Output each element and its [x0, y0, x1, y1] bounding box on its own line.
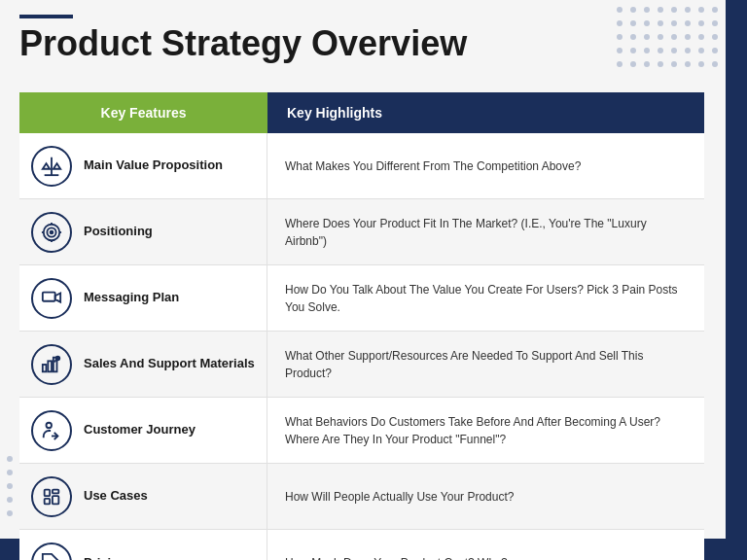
scale-icon [31, 146, 72, 187]
svg-point-6 [698, 7, 704, 13]
table-row: Main Value Proposition What Makes You Di… [19, 133, 704, 199]
svg-point-1 [630, 7, 636, 13]
table-row: Use Cases How Will People Actually Use Y… [19, 464, 704, 530]
right-accent-bar [726, 0, 747, 560]
svg-rect-89 [43, 292, 55, 300]
highlight-cell-use-cases: How Will People Actually Use Your Produc… [267, 464, 704, 529]
highlight-cell-customer-journey: What Behaviors Do Customers Take Before … [267, 398, 704, 463]
feature-cell-sales-support: Sales And Support Materials [19, 332, 267, 397]
svg-point-17 [630, 34, 636, 40]
svg-point-38 [698, 61, 704, 67]
highlight-cell-positioning: Where Does Your Product Fit In The Marke… [267, 199, 704, 264]
svg-point-0 [617, 7, 622, 13]
svg-marker-90 [55, 293, 60, 301]
svg-point-36 [671, 61, 677, 67]
svg-point-3 [658, 7, 663, 13]
svg-point-26 [644, 48, 650, 53]
svg-point-29 [685, 48, 691, 53]
svg-point-35 [658, 61, 663, 67]
svg-point-22 [698, 34, 704, 40]
svg-point-15 [712, 20, 718, 26]
svg-point-28 [671, 48, 677, 53]
feature-label-customer-journey: Customer Journey [84, 422, 196, 438]
messaging-icon [31, 278, 72, 319]
svg-point-84 [51, 230, 53, 233]
table-row: Sales And Support Materials What Other S… [19, 332, 704, 398]
svg-point-34 [644, 61, 650, 67]
svg-point-11 [658, 20, 663, 26]
svg-point-23 [712, 34, 718, 40]
title-area: Product Strategy Overview [19, 15, 611, 63]
title-underline [19, 15, 73, 18]
feature-cell-use-cases: Use Cases [19, 464, 267, 529]
svg-rect-98 [45, 489, 51, 495]
highlight-cell-pricing: How Much Does Your Product Cost? Why? [267, 530, 704, 560]
svg-point-4 [671, 7, 677, 13]
strategy-table: Key Features Key Highlights [19, 92, 704, 526]
svg-point-24 [617, 48, 622, 53]
svg-point-5 [685, 7, 691, 13]
feature-label-sales-support: Sales And Support Materials [84, 356, 255, 372]
svg-point-56 [7, 483, 13, 489]
svg-point-94 [56, 356, 60, 360]
svg-point-19 [658, 34, 663, 40]
page-background: // Rendered inline below Produ [0, 0, 747, 560]
svg-point-7 [712, 7, 718, 13]
svg-point-21 [685, 34, 691, 40]
table-row: Positioning Where Does Your Product Fit … [19, 199, 704, 265]
svg-point-10 [644, 20, 650, 26]
svg-rect-100 [53, 489, 58, 493]
feature-cell-pricing: Pricing [19, 530, 267, 560]
dots-decoration-top-right [612, 2, 724, 88]
svg-rect-91 [43, 365, 47, 371]
svg-point-9 [630, 20, 636, 26]
feature-label-main-value: Main Value Proposition [84, 158, 223, 174]
svg-point-37 [685, 61, 691, 67]
highlight-cell-sales-support: What Other Support/Resources Are Needed … [267, 332, 704, 397]
svg-point-2 [644, 7, 650, 13]
svg-rect-101 [53, 496, 58, 504]
features-column-header: Key Features [19, 92, 267, 133]
feature-cell-messaging: Messaging Plan [19, 265, 267, 331]
svg-line-95 [54, 360, 56, 362]
feature-label-positioning: Positioning [84, 224, 153, 240]
highlights-column-header: Key Highlights [267, 92, 704, 133]
svg-point-32 [617, 61, 622, 67]
svg-point-40 [7, 456, 13, 462]
svg-point-20 [671, 34, 677, 40]
table-row: Messaging Plan How Do You Talk About The… [19, 265, 704, 332]
tag-icon [31, 542, 72, 560]
svg-point-12 [671, 20, 677, 26]
highlight-cell-main-value: What Makes You Different From The Compet… [267, 133, 704, 198]
table-body: Main Value Proposition What Makes You Di… [19, 133, 704, 560]
svg-point-13 [685, 20, 691, 26]
table-header: Key Features Key Highlights [19, 92, 704, 133]
svg-point-27 [658, 48, 663, 53]
feature-cell-main-value: Main Value Proposition [19, 133, 267, 198]
table-row: Customer Journey What Behaviors Do Custo… [19, 398, 704, 464]
feature-label-use-cases: Use Cases [84, 488, 148, 505]
svg-point-18 [644, 34, 650, 40]
table-row: Pricing How Much Does Your Product Cost?… [19, 530, 704, 560]
page-title: Product Strategy Overview [19, 24, 611, 63]
svg-point-48 [7, 470, 13, 475]
use-cases-icon [31, 476, 72, 517]
feature-label-pricing: Pricing [84, 555, 126, 560]
svg-rect-92 [48, 361, 52, 371]
chart-person-icon [31, 344, 72, 385]
person-arrow-icon [31, 410, 72, 451]
svg-point-16 [617, 34, 622, 40]
target-icon [31, 212, 72, 253]
svg-point-39 [712, 61, 718, 67]
svg-point-30 [698, 48, 704, 53]
svg-point-72 [7, 510, 13, 516]
svg-rect-99 [45, 498, 51, 504]
feature-label-messaging: Messaging Plan [84, 290, 179, 306]
svg-point-96 [47, 422, 53, 428]
feature-cell-customer-journey: Customer Journey [19, 398, 267, 463]
highlight-cell-messaging: How Do You Talk About The Value You Crea… [267, 265, 704, 331]
feature-cell-positioning: Positioning [19, 199, 267, 264]
svg-point-8 [617, 20, 622, 26]
svg-point-14 [698, 20, 704, 26]
svg-point-31 [712, 48, 718, 53]
